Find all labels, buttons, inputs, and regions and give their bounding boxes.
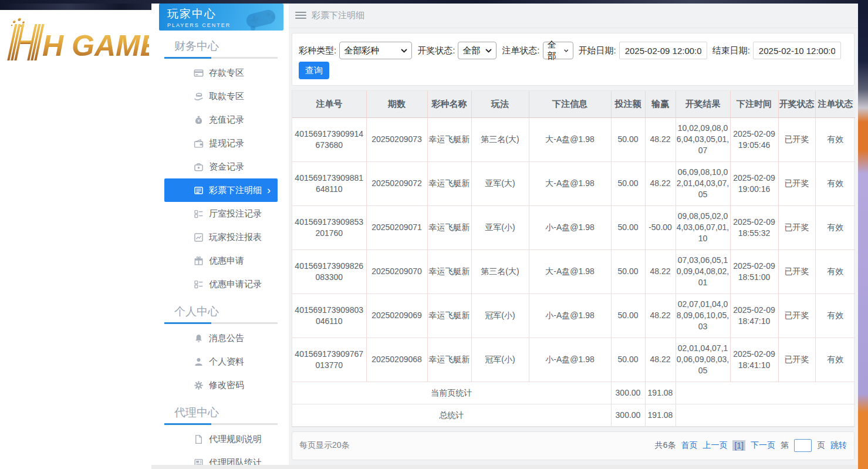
sidebar-item-recharge-records[interactable]: ¥充值记录	[164, 108, 278, 131]
page-title: 彩票下注明细	[312, 10, 364, 21]
topbar: 彩票下注明细	[289, 4, 858, 28]
chevron-down-icon	[564, 49, 569, 53]
sidebar-item-lottery-bet-detail[interactable]: 彩票下注明细›	[164, 178, 278, 202]
first-page-link[interactable]: 首页	[681, 440, 697, 451]
sidebar-item-label: 资金记录	[209, 161, 244, 173]
sidebar-item-room-bet-records[interactable]: 厅室投注记录	[164, 202, 278, 225]
cell-bet-info: 大-A盘@1.98	[529, 117, 611, 161]
jump-button[interactable]: 跳转	[830, 440, 847, 451]
cell-order-no: 401569173909881648110	[292, 161, 366, 205]
cell-order-no: 401569173909853201760	[292, 205, 366, 249]
sidebar-item-label: 彩票下注明细	[209, 185, 262, 196]
table-row: 40156917390980304611020250209069幸运飞艇新冠军(…	[292, 293, 855, 338]
section-title: 个人中心	[174, 304, 289, 319]
section-underline	[164, 322, 278, 324]
cell-draw-status: 已开奖	[778, 161, 815, 205]
cell-bet-amount: 50.00	[611, 338, 645, 382]
sidebar-item-promo-apply[interactable]: 优惠申请	[164, 249, 278, 272]
records-icon	[194, 209, 204, 219]
summary-row: 总统计300.00191.08	[292, 404, 855, 426]
search-button[interactable]: 查询	[299, 62, 329, 79]
table-row: 40156917390991467368020250209073幸运飞艇新第三名…	[292, 117, 855, 161]
summary-bet-total: 300.00	[611, 404, 645, 426]
cell-bet-info: 小-A盘@1.98	[529, 205, 611, 249]
gamepad-icon	[241, 5, 280, 31]
draw-status-label: 开奖状态:	[417, 45, 455, 56]
report-chart-icon	[194, 232, 204, 242]
cell-win-loss: 48.22	[645, 161, 676, 205]
sidebar-item-label: 优惠申请	[209, 255, 244, 266]
cell-lottery-name: 幸运飞艇新	[427, 205, 471, 249]
sidebar-item-announcements[interactable]: 消息公告	[164, 326, 278, 350]
lottery-type-select[interactable]: 全部彩种	[339, 42, 412, 59]
prev-page-link[interactable]: 上一页	[702, 440, 727, 451]
cell-bet-amount: 50.00	[611, 293, 645, 338]
sidebar-item-funds-records[interactable]: 资金记录	[164, 155, 278, 178]
deposit-card-icon	[194, 68, 204, 78]
column-header-draw-result: 开奖结果	[676, 91, 730, 117]
draw-status-select[interactable]: 全部	[458, 42, 497, 59]
column-header-bet-info: 下注信息	[529, 91, 611, 117]
sidebar-item-label: 优惠申请记录	[209, 279, 262, 290]
column-header-draw-status: 开奖状态	[778, 91, 815, 117]
chevron-right-icon: ›	[267, 185, 278, 195]
page-jump-input[interactable]	[794, 439, 812, 452]
column-header-order-status: 注单状态	[815, 91, 855, 117]
cell-period: 20250209070	[366, 249, 427, 293]
cell-win-loss: 48.22	[645, 249, 676, 293]
sidebar-item-promo-apply-records[interactable]: 优惠申请记录	[164, 272, 278, 296]
cell-draw-status: 已开奖	[778, 249, 815, 293]
lottery-type-label: 彩种类型:	[299, 45, 336, 56]
sidebar-item-withdraw-records[interactable]: 提现记录	[164, 131, 278, 155]
cell-draw-result: 06,09,08,10,02,01,04,03,07,05	[676, 161, 730, 205]
sidebar-item-label: 代理规则说明	[209, 434, 262, 445]
end-date-input[interactable]	[753, 42, 841, 59]
sidebar-item-player-bet-report[interactable]: 玩家投注报表	[164, 225, 278, 249]
sidebar-item-deposit-zone[interactable]: 存款专区	[164, 61, 278, 85]
filter-panel: 彩种类型: 全部彩种 开奖状态: 全部 注单状态: 全部 开始日期: 结束日期:	[292, 33, 855, 86]
start-date-input[interactable]	[619, 42, 707, 59]
cell-order-status: 有效	[815, 117, 855, 161]
start-date-label: 开始日期:	[579, 45, 616, 56]
sidebar-item-agent-rules[interactable]: 代理规则说明	[164, 427, 278, 451]
cell-draw-result: 07,03,06,05,10,09,04,08,02,01	[676, 249, 730, 293]
current-page-badge: [1]	[732, 440, 745, 451]
bet-table: 注单号期数彩种名称玩法下注信息投注额输赢开奖结果下注时间开奖状态注单状态 401…	[292, 90, 855, 427]
bell-icon	[194, 333, 204, 343]
cell-draw-status: 已开奖	[778, 205, 815, 249]
sidebar-item-label: 消息公告	[209, 333, 244, 344]
next-page-link[interactable]: 下一页	[751, 440, 775, 451]
cell-bet-amount: 50.00	[611, 205, 645, 249]
cell-bet-amount: 50.00	[611, 117, 645, 161]
section-title: 代理中心	[174, 405, 289, 420]
withdraw-hand-icon	[194, 92, 204, 102]
cell-play: 冠军(小)	[471, 338, 529, 382]
sidebar-item-label: 存款专区	[209, 68, 244, 79]
right-background-strip	[858, 0, 868, 469]
cell-win-loss: 48.22	[645, 293, 676, 338]
sidebar-item-profile[interactable]: 个人资料	[164, 350, 278, 373]
cell-order-no: 401569173909803046110	[292, 293, 366, 338]
wallet-icon	[194, 139, 204, 149]
cell-bet-time: 2025-02-09 18:47:10	[730, 293, 778, 338]
cell-order-status: 有效	[815, 161, 855, 205]
chevron-down-icon	[401, 49, 407, 53]
cell-bet-time: 2025-02-09 19:05:46	[730, 117, 778, 161]
cell-win-loss: 48.22	[645, 117, 676, 161]
sidebar-item-withdraw-zone[interactable]: 取款专区	[164, 85, 278, 108]
page-size-text: 每页显示20条	[299, 440, 350, 451]
cell-play: 冠军(小)	[471, 293, 529, 338]
cell-bet-info: 小-A盘@1.98	[529, 338, 611, 382]
cell-order-no: 401569173909914673680	[292, 117, 366, 161]
records-icon	[194, 279, 204, 289]
sidebar-item-change-password[interactable]: 修改密码	[164, 373, 278, 397]
section-underline	[164, 57, 278, 59]
sidebar-item-label: 个人资料	[209, 356, 244, 367]
menu-icon[interactable]	[295, 12, 306, 20]
document-icon	[194, 434, 204, 444]
cell-order-status: 有效	[815, 293, 855, 338]
order-status-select[interactable]: 全部	[543, 42, 573, 59]
cell-lottery-name: 幸运飞艇新	[427, 249, 471, 293]
cell-play: 亚军(大)	[471, 161, 529, 205]
summary-win-loss-total: 191.08	[645, 382, 676, 404]
